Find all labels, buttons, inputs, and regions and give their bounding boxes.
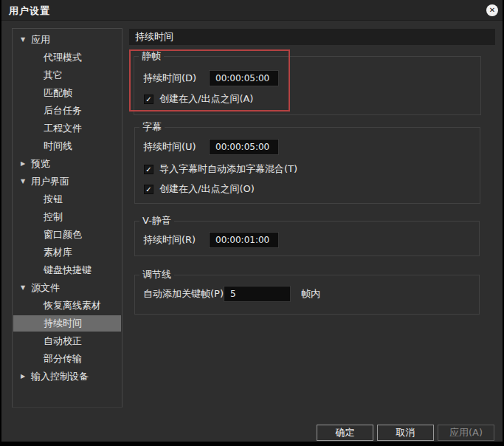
- sidebar-item-keyboard-shortcuts[interactable]: 键盘快捷键: [13, 262, 121, 278]
- sidebar-item-label: 自动校正: [44, 333, 82, 349]
- checkbox-label: 创建在入/出点之间(A): [159, 92, 253, 106]
- checkbox-label: 创建在入/出点之间(O): [159, 182, 255, 196]
- close-icon[interactable]: ✕: [486, 4, 498, 16]
- sidebar-item-match-frame[interactable]: 匹配帧: [13, 85, 121, 101]
- sidebar-item-label: 源文件: [31, 280, 60, 296]
- checkbox-checked-icon[interactable]: ✓: [144, 185, 153, 194]
- vmute-duration-label: 持续时间(R): [143, 232, 196, 248]
- sidebar-item-label: 用户界面: [31, 174, 69, 190]
- subtitle-duration-input[interactable]: [209, 139, 279, 155]
- checkbox-label: 导入字幕时自动添加字幕混合(T): [159, 162, 297, 176]
- sidebar-item-label: 按钮: [44, 191, 63, 207]
- sidebar-item-proxy-mode[interactable]: 代理模式: [13, 49, 121, 66]
- check-icon: ✓: [145, 165, 151, 174]
- vmute-duration-input[interactable]: [209, 232, 279, 248]
- sidebar-item-auto-correction[interactable]: 自动校正: [13, 333, 121, 349]
- sidebar-item-bin[interactable]: 素材库: [13, 244, 121, 261]
- sidebar-item-project-files[interactable]: 工程文件: [13, 120, 121, 137]
- keyframe-label: 自动添加关键帧(P): [143, 286, 224, 302]
- screen: { "window": { "title": "用户设置" }, "icons"…: [0, 0, 504, 446]
- triangle-down-icon[interactable]: ▼: [18, 32, 27, 48]
- sidebar-item-label: 控制: [44, 209, 63, 225]
- settings-tree: ▼ 应用 代理模式 其它 匹配帧 后台任务 工程文件 时间线 ▶ 预览 ▼ 用户…: [12, 28, 122, 408]
- group-title: V-静音: [139, 215, 174, 227]
- page-title: 持续时间: [129, 29, 495, 45]
- check-icon: ✓: [145, 95, 151, 103]
- sidebar-item-label: 素材库: [44, 244, 72, 261]
- sidebar-item-label: 后台任务: [44, 103, 82, 119]
- titlebar: 用户设置 ✕: [1, 0, 503, 21]
- sidebar-item-label: 预览: [31, 156, 50, 172]
- close-x-glyph: ✕: [489, 6, 495, 14]
- sidebar-item-label: 代理模式: [44, 49, 82, 66]
- subtitle-auto-mixer-checkbox[interactable]: ✓ 导入字幕时自动添加字幕混合(T): [144, 163, 297, 175]
- ok-button[interactable]: 确定: [317, 425, 373, 441]
- sidebar-item-label: 时间线: [44, 138, 72, 154]
- sidebar-item-label: 恢复离线素材: [44, 298, 101, 314]
- sidebar-item-source-files[interactable]: ▼ 源文件: [13, 280, 121, 296]
- sidebar-item-label: 窗口颜色: [44, 227, 82, 243]
- keyframe-suffix: 帧内: [301, 286, 320, 302]
- sidebar-item-user-interface[interactable]: ▼ 用户界面: [13, 174, 121, 190]
- sidebar-item-application[interactable]: ▼ 应用: [13, 32, 121, 48]
- sidebar-item-label: 部分传输: [44, 351, 82, 367]
- dialog-title: 用户设置: [9, 4, 50, 18]
- sidebar-item-label: 应用: [31, 32, 50, 48]
- check-icon: ✓: [145, 185, 151, 193]
- still-duration-label: 持续时间(D): [143, 70, 196, 86]
- checkbox-checked-icon[interactable]: ✓: [144, 165, 153, 174]
- still-duration-input[interactable]: [209, 70, 279, 86]
- group-title: 字幕: [139, 121, 165, 133]
- cancel-button[interactable]: 取消: [377, 425, 434, 441]
- sidebar-item-label: 键盘快捷键: [44, 262, 92, 278]
- triangle-right-icon[interactable]: ▶: [18, 368, 27, 385]
- sidebar-item-label: 其它: [44, 67, 63, 83]
- sidebar-item-duration-selected[interactable]: 持续时间: [13, 315, 121, 332]
- checkbox-checked-icon[interactable]: ✓: [144, 95, 153, 104]
- sidebar-item-restore-offline-clips[interactable]: 恢复离线素材: [13, 298, 121, 314]
- triangle-right-icon[interactable]: ▶: [18, 156, 27, 172]
- still-create-between-inout-checkbox[interactable]: ✓ 创建在入/出点之间(A): [144, 93, 253, 105]
- sidebar-item-input-control-devices[interactable]: ▶ 输入控制设备: [13, 368, 121, 385]
- sidebar-item-buttons[interactable]: 按钮: [13, 191, 121, 207]
- triangle-down-icon[interactable]: ▼: [18, 174, 27, 190]
- triangle-down-icon[interactable]: ▼: [18, 280, 27, 296]
- sidebar-item-preview[interactable]: ▶ 预览: [13, 156, 121, 172]
- group-title: 调节线: [139, 269, 174, 281]
- sidebar-item-window-colors[interactable]: 窗口颜色: [13, 227, 121, 243]
- group-title: 静帧: [139, 50, 164, 62]
- sidebar-item-label: 工程文件: [44, 120, 82, 137]
- apply-button[interactable]: 应用(A): [438, 425, 494, 441]
- keyframe-input[interactable]: [224, 286, 291, 302]
- sidebar-item-partial-transfer[interactable]: 部分传输: [13, 351, 121, 367]
- sidebar-item-background-jobs[interactable]: 后台任务: [13, 103, 121, 119]
- user-settings-dialog: 用户设置 ✕ ▼ 应用 代理模式 其它 匹配帧 后台任务 工程文件 时间线 ▶ …: [1, 0, 503, 442]
- sidebar-item-label: 匹配帧: [44, 85, 72, 101]
- sidebar-item-control[interactable]: 控制: [13, 209, 121, 225]
- sidebar-item-label: 输入控制设备: [31, 368, 89, 385]
- sidebar-item-label: 持续时间: [44, 315, 82, 332]
- sidebar-item-other[interactable]: 其它: [13, 67, 121, 83]
- subtitle-create-between-inout-checkbox[interactable]: ✓ 创建在入/出点之间(O): [144, 183, 255, 195]
- subtitle-duration-label: 持续时间(U): [143, 139, 196, 155]
- sidebar-item-timeline[interactable]: 时间线: [13, 138, 121, 154]
